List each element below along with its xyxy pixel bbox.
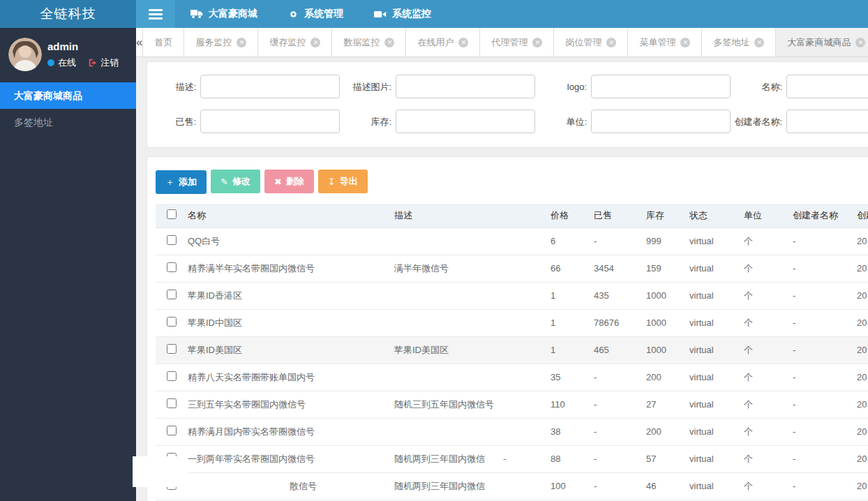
select-all-checkbox[interactable] [167,209,177,219]
field-input[interactable] [786,110,868,133]
column-header-2: 价格 [546,204,590,228]
table-row: 一到两年带实名带圈国内微信号随机两到三年国内微信 -88-57virtual个-… [156,445,868,472]
field-input[interactable] [786,75,868,98]
tab-close-icon[interactable]: ✕ [680,38,690,47]
cell: 散信号 [184,472,390,500]
tab-close-icon[interactable]: ✕ [754,38,764,47]
field-input[interactable] [591,110,731,133]
cell: virtual [685,418,740,445]
cell: - [788,282,853,309]
plus-icon: ＋ [165,176,174,188]
online-status-icon [47,59,54,66]
tab-1[interactable]: 服务监控✕ [184,28,258,57]
row-checkbox[interactable] [167,290,177,299]
tab-4[interactable]: 在线用户✕ [406,28,480,57]
field-input[interactable] [200,110,340,133]
sidebar-menu-item-0[interactable]: 大富豪商城商品 [0,82,136,109]
tab-6[interactable]: 岗位管理✕ [554,28,628,57]
cell: - [590,472,642,500]
hamburger-menu-icon[interactable] [136,0,175,28]
tab-3[interactable]: 数据监控✕ [332,28,406,57]
cell: 个 [740,418,788,445]
field-input[interactable] [200,75,340,98]
table-row: 苹果ID香港区14351000virtual个-20 [156,282,868,309]
avatar [8,38,42,71]
add-button[interactable]: ＋添加 [156,170,207,194]
tab-5[interactable]: 代理管理✕ [480,28,554,57]
field-label: 已售: [147,116,200,128]
tabs-scroll-left-button[interactable]: « [136,28,143,57]
top-navigation: 大富豪商城系统管理系统监控 [175,0,447,28]
topnav-item-1[interactable]: 系统管理 [273,0,359,28]
tab-2[interactable]: 缓存监控✕ [258,28,332,57]
cell: 20 [853,227,868,255]
cell: 20 [853,309,868,336]
column-header-1: 描述 [390,204,546,228]
field-input[interactable] [396,75,535,98]
cell: 三到五年实名带圈国内微信号 [184,391,390,418]
cell: 1 [546,309,590,336]
row-checkbox[interactable] [167,235,177,245]
cell [390,227,546,255]
cell: - [788,255,853,282]
cell: 个 [740,472,788,500]
cell: 精养满半年实名带圈国内微信号 [184,255,390,282]
overlay-patch [133,456,187,487]
tab-close-icon[interactable]: ✕ [855,38,865,47]
table-row: 精养满月国内带实名带圈微信号38-200virtual个-20 [156,418,868,445]
field-input[interactable] [396,110,535,133]
field-label: 描述图片: [343,81,396,93]
tab-close-icon[interactable]: ✕ [458,38,468,47]
tab-close-icon[interactable]: ✕ [310,38,320,47]
edit-button[interactable]: ✎修改 [211,170,260,193]
search-field-0-2: logo: [538,75,733,98]
export-button[interactable]: ↧导出 [318,170,368,193]
column-header-3: 已售 [590,204,642,228]
cell: - [788,391,853,418]
sidebar: admin 在线 注销 大富豪商城商品多签地址 [0,28,136,501]
tab-close-icon[interactable]: ✕ [384,38,394,47]
logout-button[interactable]: 注销 [88,57,119,69]
row-checkbox[interactable] [167,398,177,408]
cell: 999 [642,227,685,255]
cell: 46 [642,472,685,500]
tab-8[interactable]: 多签地址✕ [702,28,776,57]
cell: virtual [685,336,740,364]
tab-0[interactable]: 首页 [143,28,184,57]
toolbar: ＋添加✎修改✖删除↧导出 [156,170,868,194]
delete-button[interactable]: ✖删除 [264,170,314,193]
field-label: 单位: [538,116,591,128]
cell: 个 [740,255,788,282]
monitor-icon [374,10,387,19]
cell: 20 [853,445,868,472]
table-row: 三到五年实名带圈国内微信号随机三到五年国内微信号110-27virtual个-2… [156,391,868,418]
cell: 27 [642,391,685,418]
cell [390,309,546,336]
cell: 20 [853,255,868,282]
cell: 20 [853,391,868,418]
tab-close-icon[interactable]: ✕ [606,38,616,47]
row-checkbox[interactable] [167,344,177,354]
cell: 66 [546,255,590,282]
row-checkbox[interactable] [167,317,177,327]
field-label: 名称: [733,81,786,93]
search-field-0-0: 描述: [147,75,343,98]
row-checkbox[interactable] [167,426,177,435]
row-checkbox[interactable] [167,371,177,381]
tab-bar: « 首页服务监控✕缓存监控✕数据监控✕在线用户✕代理管理✕岗位管理✕菜单管理✕多… [136,28,868,57]
tab-close-icon[interactable]: ✕ [532,38,542,47]
topnav-item-0[interactable]: 大富豪商城 [175,0,273,28]
cell: QQ白号 [184,227,390,255]
topnav-item-2[interactable]: 系统监控 [359,0,447,28]
field-input[interactable] [591,75,731,98]
sidebar-menu-item-1[interactable]: 多签地址 [0,109,136,135]
cell: - [788,227,853,255]
field-label: 描述: [147,81,200,93]
row-checkbox[interactable] [167,262,177,272]
search-field-1-3: 创建者名称: [733,110,868,133]
tab-7[interactable]: 菜单管理✕ [628,28,702,57]
tab-close-icon[interactable]: ✕ [237,38,246,47]
cell: virtual [685,282,740,309]
online-status-label: 在线 [58,57,76,69]
tab-9[interactable]: 大富豪商城商品✕ [776,28,868,57]
